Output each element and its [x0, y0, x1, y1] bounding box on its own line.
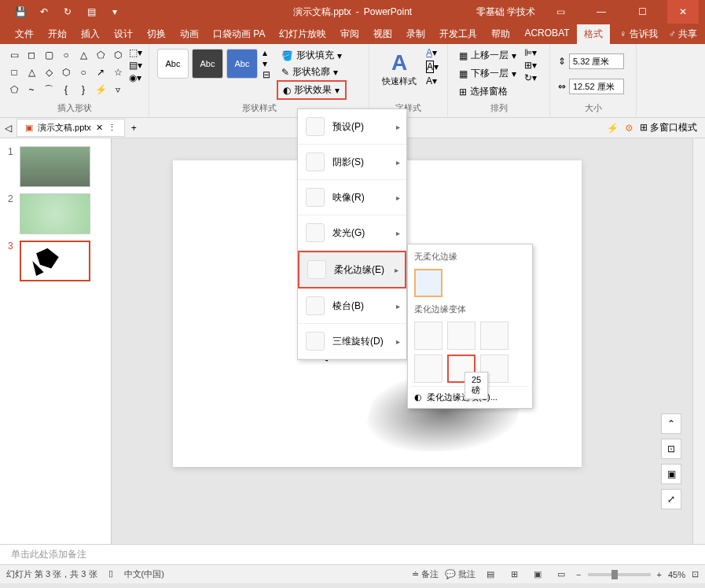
- vertical-scrollbar[interactable]: [692, 138, 705, 544]
- menu-bevel[interactable]: 棱台(B) ▸: [298, 288, 406, 324]
- sorter-view-icon[interactable]: ⊞: [505, 568, 523, 582]
- tab-home[interactable]: 开始: [41, 24, 74, 44]
- soft-edge-variant-5[interactable]: 25 磅: [447, 355, 476, 383]
- normal-view-icon[interactable]: ▤: [482, 568, 499, 582]
- tab-pa[interactable]: 口袋动画 PA: [206, 24, 272, 44]
- height-input[interactable]: ⇕: [558, 53, 624, 69]
- shapes-gallery[interactable]: ▭◻▢○△⬠⬡ □△◇⬡○↗☆ ⬠~⌒{}⚡▿: [6, 47, 126, 97]
- ribbon-display-icon[interactable]: ▭: [545, 0, 576, 24]
- gallery-up-icon[interactable]: ▴: [263, 47, 270, 58]
- width-input[interactable]: ⇔: [558, 79, 624, 94]
- gallery-down-icon[interactable]: ▾: [263, 58, 270, 69]
- bring-forward-button[interactable]: ▦ 上移一层 ▾: [454, 47, 521, 64]
- menu-reflection[interactable]: 映像(R) ▸: [298, 180, 406, 215]
- soft-edge-none[interactable]: [414, 269, 442, 297]
- tab-animations[interactable]: 动画: [173, 24, 206, 44]
- close-icon[interactable]: ✕: [667, 0, 699, 24]
- fit-window-icon[interactable]: ⊡: [692, 569, 699, 579]
- tab-help[interactable]: 帮助: [484, 24, 517, 44]
- tool-expand-icon[interactable]: ⤢: [661, 489, 681, 509]
- flash-icon[interactable]: ⚡: [607, 123, 619, 134]
- slideshow-view-icon[interactable]: ▭: [553, 568, 570, 582]
- soft-edge-variant-1[interactable]: [414, 322, 442, 350]
- shape-effects-button[interactable]: ◐形状效果 ▾: [277, 80, 347, 100]
- shape-style-preset-3[interactable]: Abc: [226, 49, 258, 79]
- notes-button[interactable]: ≐ 备注: [412, 568, 439, 580]
- tab-developer[interactable]: 开发工具: [432, 24, 484, 44]
- text-effects-icon[interactable]: A▾: [426, 75, 439, 86]
- settings-icon[interactable]: ⚙: [625, 123, 633, 134]
- tell-me[interactable]: ♀ 告诉我: [619, 28, 657, 41]
- gallery-more-icon[interactable]: ⊟: [263, 69, 270, 80]
- shape-style-preset-2[interactable]: Abc: [192, 49, 223, 79]
- shape-outline-button[interactable]: ✎形状轮廓 ▾: [277, 64, 347, 80]
- merge-shapes-icon[interactable]: ◉▾: [129, 72, 142, 83]
- selection-pane-button[interactable]: ⊞ 选择窗格: [454, 83, 521, 100]
- tab-format[interactable]: 格式: [577, 24, 610, 44]
- tab-view[interactable]: 视图: [366, 24, 399, 44]
- tab-review[interactable]: 审阅: [333, 24, 366, 44]
- quick-styles-button[interactable]: A 快速样式: [376, 47, 423, 90]
- multi-window-button[interactable]: ⊞ 多窗口模式: [640, 121, 697, 134]
- soft-edges-submenu: 无柔化边缘 柔化边缘变体 25 磅 ◐ 柔化边缘选项(S)...: [407, 244, 533, 409]
- send-backward-button[interactable]: ▦ 下移一层 ▾: [454, 65, 521, 82]
- text-fill-icon[interactable]: A▾: [426, 47, 439, 58]
- zoom-out-icon[interactable]: −: [576, 570, 581, 579]
- soft-edge-variant-4[interactable]: [414, 355, 442, 383]
- tab-acrobat[interactable]: ACROBAT: [517, 24, 576, 44]
- rotate-icon[interactable]: ↻▾: [524, 72, 537, 83]
- redo-icon[interactable]: ↻: [61, 6, 74, 18]
- save-icon[interactable]: 💾: [14, 6, 27, 18]
- edit-shape-icon[interactable]: ⬚▾: [129, 47, 142, 58]
- slide-thumb-2[interactable]: [20, 193, 90, 234]
- tool-collapse-icon[interactable]: ⌃: [661, 413, 681, 434]
- zoom-slider[interactable]: [588, 573, 651, 576]
- tab-design[interactable]: 设计: [107, 24, 140, 44]
- ppt-file-icon: ▣: [25, 123, 33, 133]
- slide-thumb-1[interactable]: [20, 146, 90, 187]
- shape-style-preset-1[interactable]: Abc: [157, 49, 189, 79]
- menu-glow[interactable]: 发光(G) ▸: [298, 215, 406, 251]
- soft-edge-variant-3[interactable]: [480, 322, 509, 350]
- tool-fit-icon[interactable]: ⊡: [661, 439, 681, 459]
- menu-soft-edges[interactable]: 柔化边缘(E) ▸: [298, 251, 406, 288]
- menu-3d-rotation[interactable]: 三维旋转(D) ▸: [298, 324, 406, 359]
- tab-file[interactable]: 文件: [8, 24, 41, 44]
- slide-thumb-3[interactable]: [20, 241, 90, 281]
- comments-button[interactable]: 💬 批注: [445, 568, 476, 580]
- notes-area[interactable]: 单击此处添加备注: [0, 544, 705, 564]
- nav-back-icon[interactable]: ◁: [5, 123, 12, 134]
- add-tab-icon[interactable]: +: [131, 123, 137, 134]
- width-icon: ⇔: [558, 81, 566, 92]
- tab-insert[interactable]: 插入: [74, 24, 107, 44]
- text-outline-icon[interactable]: A▾: [426, 61, 439, 72]
- language-label[interactable]: 中文(中国): [124, 568, 164, 580]
- start-icon[interactable]: ▤: [85, 6, 97, 18]
- reading-view-icon[interactable]: ▣: [529, 568, 546, 582]
- menu-shadow[interactable]: 阴影(S) ▸: [298, 145, 406, 180]
- spell-check-icon[interactable]: ▯: [108, 568, 113, 580]
- menu-preset[interactable]: 预设(P) ▸: [298, 109, 406, 145]
- addon-label[interactable]: 零基础 学技术: [476, 6, 535, 19]
- tab-slideshow[interactable]: 幻灯片放映: [272, 24, 333, 44]
- doc-tab[interactable]: ▣ 演示文稿.pptx ✕ ⋮: [17, 119, 125, 137]
- dropdown-icon[interactable]: ▾: [108, 6, 121, 18]
- text-box-icon[interactable]: ▤▾: [129, 60, 142, 71]
- shape-fill-button[interactable]: 🪣形状填充 ▾: [277, 47, 347, 64]
- zoom-in-icon[interactable]: +: [657, 570, 662, 579]
- shape-effects-menu: 预设(P) ▸ 阴影(S) ▸ 映像(R) ▸ 发光(G) ▸ 柔化边缘(E) …: [297, 108, 407, 360]
- close-tab-icon[interactable]: ✕: [96, 123, 103, 133]
- soft-edge-variant-2[interactable]: [447, 322, 476, 350]
- maximize-icon[interactable]: ☐: [626, 0, 658, 24]
- minimize-icon[interactable]: —: [586, 0, 617, 24]
- height-icon: ⇕: [558, 56, 566, 67]
- tab-record[interactable]: 录制: [399, 24, 432, 44]
- align-icon[interactable]: ⊫▾: [524, 47, 537, 58]
- share-button[interactable]: ♂ 共享: [669, 28, 697, 41]
- tooltip: 25 磅: [464, 372, 488, 399]
- tab-transitions[interactable]: 切换: [140, 24, 173, 44]
- undo-icon[interactable]: ↶: [38, 6, 50, 18]
- group-icon[interactable]: ⊞▾: [524, 60, 537, 71]
- zoom-level[interactable]: 45%: [668, 570, 685, 579]
- tool-layers-icon[interactable]: ▣: [661, 464, 681, 484]
